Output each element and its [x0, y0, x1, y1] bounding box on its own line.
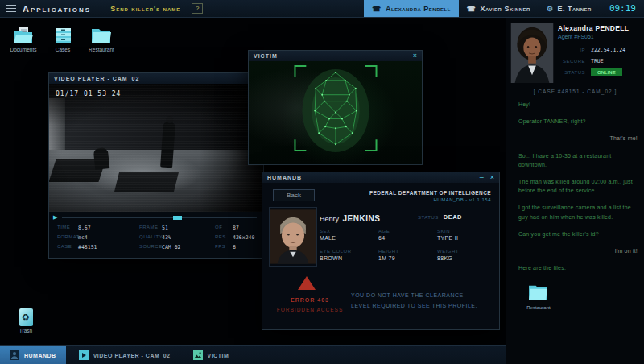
- objective-label: Send killer's name: [110, 5, 180, 13]
- menu-icon: [6, 5, 16, 12]
- department-header: FEDERAL DEPARTMENT OF INTELLIGENCE HUMAN…: [369, 190, 491, 202]
- chat-message: So... I have a 10-35 at a restaurant dow…: [518, 151, 639, 169]
- victim-titlebar[interactable]: VICTIM – ×: [249, 51, 422, 62]
- video-controls: ▶: [49, 214, 263, 222]
- window-video-player: VIDEO PLAYER - CAM_02 01/17 01 53 24 ▶ T…: [48, 72, 264, 259]
- play-icon: [79, 350, 89, 360]
- video-timestamp: 01/17 01 53 24: [56, 90, 121, 97]
- phone-icon: ☎: [467, 5, 477, 13]
- error-code: ERROR 403: [269, 297, 351, 303]
- app-version: HUMAN_DB - v1.1.154: [369, 197, 491, 202]
- trash[interactable]: ♻ Trash: [8, 308, 43, 333]
- icon-label: Restaurant: [83, 47, 120, 52]
- field-skin: SKIN TYPE II: [437, 229, 458, 241]
- detail-status: STATUS ONLINE: [558, 68, 622, 76]
- field-age: AGE 64: [378, 229, 390, 241]
- cases-archive-icon: [52, 27, 74, 44]
- back-button[interactable]: Back: [273, 189, 315, 201]
- error-title: FORBIDDEN ACCESS: [269, 307, 351, 312]
- chat-attachment-restaurant[interactable]: Restaurant: [521, 283, 556, 310]
- documents-folder-icon: [13, 27, 35, 44]
- chat-message: Operator TANNER, right?: [518, 117, 586, 126]
- chat-message: Hey!: [518, 100, 530, 109]
- image-icon: [193, 350, 203, 360]
- video-player-titlebar[interactable]: VIDEO PLAYER - CAM_02: [49, 73, 263, 85]
- window-victim: VICTIM – ×: [248, 50, 423, 165]
- profile-status: STATUS DEAD: [418, 213, 462, 221]
- phone-icon: ☎: [372, 5, 382, 13]
- chat-message: Here are the files:: [518, 263, 566, 272]
- icon-label: Cases: [44, 47, 81, 52]
- topbar-contacts: ☎ Alexandra Pendell ☎ Xavier Skinner ⚙ E…: [364, 0, 644, 17]
- gear-icon: ⚙: [547, 5, 554, 13]
- contact-alexandra-pendell[interactable]: ☎ Alexandra Pendell: [364, 0, 459, 17]
- case-header: [ CASE #48151 - CAM_02 ]: [506, 89, 644, 94]
- contact-role: Agent #FS051: [558, 34, 594, 39]
- person-icon: [10, 350, 19, 360]
- chat-message: The man was killed around 02:00 a.m., ju…: [518, 177, 639, 195]
- close-button[interactable]: ×: [413, 52, 417, 60]
- top-menu-bar: Applications Send killer's name ? ☎ Alex…: [0, 0, 644, 18]
- contact-name: Alexandra PENDELL: [558, 24, 629, 32]
- icon-label: Documents: [5, 47, 42, 52]
- desktop-icon-documents[interactable]: Documents: [5, 27, 42, 52]
- detail-secure: SECURE TRUE: [558, 58, 604, 64]
- detail-ip: IP 222.54.1.24: [558, 47, 625, 53]
- icon-label: Trash: [8, 328, 43, 333]
- face-mesh-overlay: [249, 61, 422, 164]
- humandb-titlebar[interactable]: HUMANDB – ×: [262, 172, 499, 184]
- online-status-badge: ONLINE: [591, 68, 622, 76]
- department-name: FEDERAL DEPARTMENT OF INTELLIGENCE: [369, 190, 491, 196]
- profile-photo: [269, 207, 317, 267]
- face-recognition-view: [249, 61, 422, 164]
- help-button[interactable]: ?: [192, 3, 203, 14]
- taskbar-item-label: VIDEO PLAYER - CAM_02: [93, 353, 171, 358]
- attachment-label: Restaurant: [521, 305, 556, 310]
- trash-icon: ♻: [19, 308, 33, 326]
- close-button[interactable]: ×: [490, 174, 494, 181]
- video-frame: 01/17 01 53 24: [49, 84, 263, 212]
- contact-photo: [510, 23, 554, 83]
- profile-name: Henry JENKINS: [320, 210, 380, 225]
- humandb-content: Back FEDERAL DEPARTMENT OF INTELLIGENCE …: [262, 183, 499, 329]
- play-icon[interactable]: ▶: [53, 214, 57, 221]
- error-message: YOU DO NOT HAVE THE CLEARANCE LEVEL REQU…: [351, 291, 478, 311]
- clock: 09:19: [609, 3, 636, 14]
- video-progress-thumb[interactable]: [173, 216, 182, 220]
- field-eye-color: EYE COLOR BROWN: [320, 249, 352, 261]
- field-sex: SEX MALE: [320, 229, 336, 241]
- minimize-button[interactable]: –: [480, 174, 484, 181]
- chat-message: Can you get me the killer's id?: [518, 230, 599, 238]
- desktop-icon-cases[interactable]: Cases: [44, 27, 81, 52]
- taskbar: HUMANDB VIDEO PLAYER - CAM_02 VICTIM: [0, 345, 506, 364]
- chat-log: Hey! Operator TANNER, right? That's me! …: [506, 100, 644, 310]
- applications-menu[interactable]: Applications: [23, 4, 91, 14]
- chat-message: That's me!: [610, 134, 638, 143]
- taskbar-item-victim[interactable]: VICTIM: [184, 346, 239, 364]
- field-height: HEIGHT 1M 79: [378, 249, 399, 261]
- desktop-icon-restaurant[interactable]: Restaurant: [83, 27, 120, 52]
- warning-triangle-icon: [298, 276, 316, 290]
- window-title: HUMANDB: [267, 175, 302, 180]
- taskbar-item-label: VICTIM: [208, 353, 229, 358]
- window-humandb: HUMANDB – × Back FEDERAL DEPARTMENT OF I…: [262, 172, 500, 330]
- window-title: VICTIM: [254, 53, 278, 59]
- contact-xavier-skinner[interactable]: ☎ Xavier Skinner: [459, 0, 539, 17]
- contact-panel: Alexandra PENDELL Agent #FS051 IP 222.54…: [506, 18, 644, 364]
- restaurant-folder-icon: [91, 27, 113, 44]
- window-title: VIDEO PLAYER - CAM_02: [54, 76, 139, 81]
- taskbar-item-label: HUMANDB: [24, 353, 56, 358]
- taskbar-item-humandb[interactable]: HUMANDB: [0, 346, 66, 364]
- folder-icon: [528, 283, 549, 300]
- video-progress-bar[interactable]: [62, 217, 257, 218]
- taskbar-item-video-player[interactable]: VIDEO PLAYER - CAM_02: [69, 346, 180, 364]
- chat-message: I got the surveillance camera and a list…: [518, 203, 639, 221]
- field-weight: WEIGHT 88KG: [437, 249, 459, 261]
- vignette-overlay: [49, 84, 263, 212]
- minimize-button[interactable]: –: [402, 52, 407, 60]
- contact-e-tanner[interactable]: ⚙ E. Tanner: [539, 0, 600, 17]
- chat-message: I'm on it!: [615, 246, 638, 255]
- desktop: Applications Send killer's name ? ☎ Alex…: [0, 0, 644, 364]
